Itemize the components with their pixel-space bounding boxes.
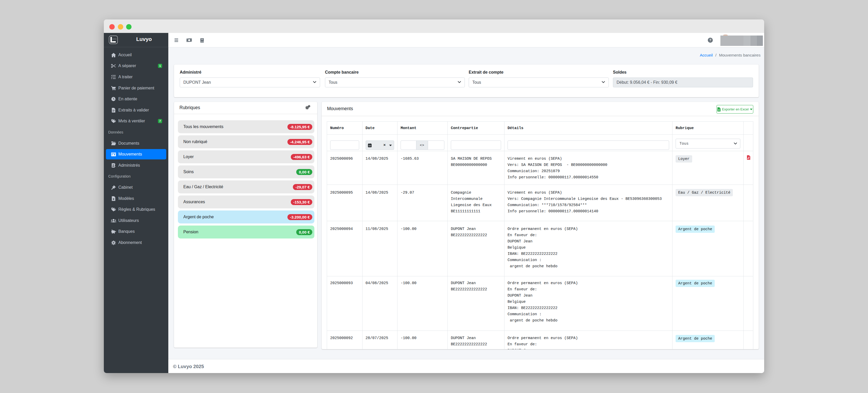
svg-text:?: ? [709, 38, 711, 42]
svg-text:LUVYO: LUVYO [113, 38, 117, 40]
